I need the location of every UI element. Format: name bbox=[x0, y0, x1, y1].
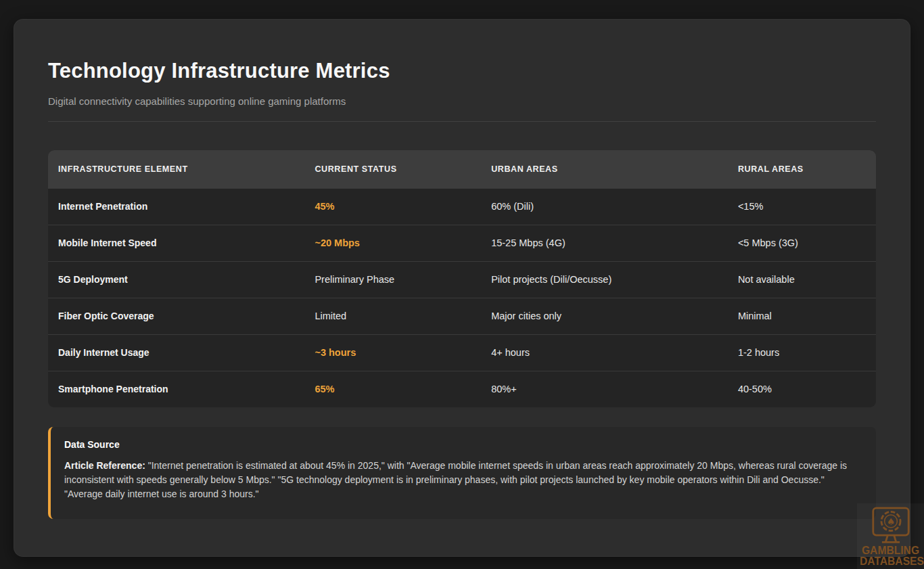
cell-infrastructure-element: Fiber Optic Coverage bbox=[48, 298, 304, 334]
data-source-heading: Data Source bbox=[64, 439, 860, 450]
cell-urban-areas: Major cities only bbox=[481, 298, 728, 334]
cell-current-status: Limited bbox=[304, 298, 481, 334]
cell-rural-areas: 1-2 hours bbox=[728, 334, 876, 371]
table-row: Internet Penetration45%60% (Dili)<15% bbox=[48, 188, 876, 225]
cell-rural-areas: <5 Mbps (3G) bbox=[728, 225, 876, 261]
cell-current-status: 65% bbox=[304, 371, 481, 407]
watermark: ♠ GAMBLING DATABASES bbox=[857, 503, 924, 569]
page-subtitle: Digital connectivity capabilities suppor… bbox=[48, 95, 876, 107]
cell-urban-areas: 80%+ bbox=[481, 371, 728, 407]
cell-rural-areas: 40-50% bbox=[728, 371, 876, 407]
data-source-panel: Data Source Article Reference: "Internet… bbox=[48, 427, 876, 519]
cell-urban-areas: 60% (Dili) bbox=[481, 188, 728, 225]
cell-infrastructure-element: 5G Deployment bbox=[48, 261, 304, 298]
table-body: Internet Penetration45%60% (Dili)<15%Mob… bbox=[48, 188, 876, 407]
cell-current-status: Preliminary Phase bbox=[304, 261, 481, 298]
data-source-text: Article Reference: "Internet penetration… bbox=[64, 459, 860, 501]
table-row: Fiber Optic CoverageLimitedMajor cities … bbox=[48, 298, 876, 334]
metrics-table-container: Infrastructure Element Current Status Ur… bbox=[48, 150, 876, 407]
cell-infrastructure-element: Smartphone Penetration bbox=[48, 371, 304, 407]
table-row: Daily Internet Usage~3 hours4+ hours1-2 … bbox=[48, 334, 876, 371]
metrics-card: Technology Infrastructure Metrics Digita… bbox=[14, 19, 910, 557]
column-header-current-status: Current Status bbox=[304, 150, 481, 188]
cell-current-status: ~20 Mbps bbox=[304, 225, 481, 261]
metrics-table: Infrastructure Element Current Status Ur… bbox=[48, 150, 876, 407]
cell-urban-areas: 4+ hours bbox=[481, 334, 728, 371]
cell-urban-areas: 15-25 Mbps (4G) bbox=[481, 225, 728, 261]
column-header-rural-areas: Rural Areas bbox=[728, 150, 876, 188]
page-title: Technology Infrastructure Metrics bbox=[48, 59, 876, 83]
monitor-casino-chip-icon: ♠ bbox=[869, 506, 913, 545]
cell-rural-areas: <15% bbox=[728, 188, 876, 225]
cell-rural-areas: Not available bbox=[728, 261, 876, 298]
table-header: Infrastructure Element Current Status Ur… bbox=[48, 150, 876, 188]
article-reference-label: Article Reference: bbox=[64, 460, 145, 471]
cell-urban-areas: Pilot projects (Dili/Oecusse) bbox=[481, 261, 728, 298]
cell-infrastructure-element: Mobile Internet Speed bbox=[48, 225, 304, 261]
svg-text:♠: ♠ bbox=[886, 516, 895, 527]
cell-current-status: ~3 hours bbox=[304, 334, 481, 371]
table-row: 5G DeploymentPreliminary PhasePilot proj… bbox=[48, 261, 876, 298]
table-header-row: Infrastructure Element Current Status Ur… bbox=[48, 150, 876, 188]
table-row: Mobile Internet Speed~20 Mbps15-25 Mbps … bbox=[48, 225, 876, 261]
table-row: Smartphone Penetration65%80%+40-50% bbox=[48, 371, 876, 407]
column-header-infrastructure-element: Infrastructure Element bbox=[48, 150, 304, 188]
cell-current-status: 45% bbox=[304, 188, 481, 225]
article-reference-text: "Internet penetration is estimated at ab… bbox=[64, 460, 847, 499]
cell-infrastructure-element: Daily Internet Usage bbox=[48, 334, 304, 371]
cell-infrastructure-element: Internet Penetration bbox=[48, 188, 304, 225]
column-header-urban-areas: Urban Areas bbox=[481, 150, 728, 188]
cell-rural-areas: Minimal bbox=[728, 298, 876, 334]
header-divider bbox=[48, 121, 876, 122]
watermark-line2: DATABASES bbox=[860, 556, 921, 567]
